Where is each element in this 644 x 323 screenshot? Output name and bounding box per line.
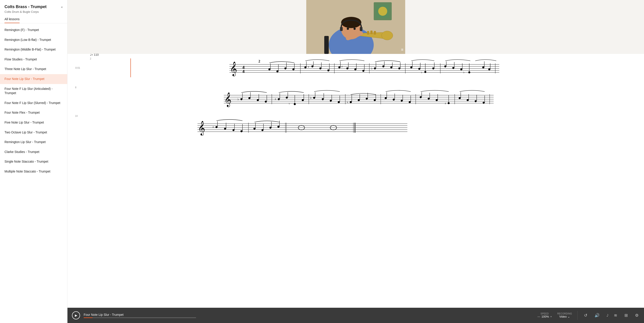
svg-text:♯: ♯ [445, 102, 446, 105]
svg-rect-16 [324, 36, 329, 54]
music-row-2: 8 𝄞 ♭ [74, 86, 637, 108]
svg-point-119 [322, 98, 324, 100]
loop-icon: ↺ [584, 313, 587, 318]
svg-point-79 [460, 68, 462, 70]
video-thumbnail[interactable]: ≡ [306, 0, 405, 54]
svg-point-28 [276, 70, 278, 72]
tempo-mark: ♩= 110 [90, 53, 99, 56]
svg-text:♭: ♭ [463, 71, 464, 74]
settings-button[interactable]: ⚙ [634, 312, 640, 319]
svg-text:♭: ♭ [347, 100, 348, 104]
grid-button[interactable]: ⊞ [624, 312, 629, 319]
speed-decrease-button[interactable]: — [538, 315, 540, 318]
sidebar-item-single-note-staccato[interactable]: Single Note Staccato - Trumpet [0, 157, 67, 167]
svg-point-26 [268, 68, 270, 70]
sidebar-item-three-note-lip-slur[interactable]: Three Note Lip Slur - Trumpet [0, 64, 67, 74]
svg-point-117 [313, 97, 315, 99]
sidebar-item-remington-lip-slur[interactable]: Remington Lip Slur - Trumpet [0, 137, 67, 147]
svg-rect-7 [340, 27, 343, 31]
svg-point-175 [232, 129, 234, 131]
play-icon: ▶ [75, 314, 77, 317]
svg-point-58 [382, 65, 384, 67]
svg-point-129 [358, 99, 360, 101]
video-menu-icon[interactable]: ≡ [401, 47, 404, 52]
sidebar-subtitle: Colts Drum & Bugle Corps [4, 10, 63, 13]
svg-point-38 [312, 65, 314, 67]
svg-point-35 [304, 66, 306, 68]
svg-point-62 [398, 67, 400, 69]
svg-point-67 [418, 68, 420, 70]
main-content: ≡ 0:01 2 ♩= 110 [68, 0, 644, 323]
collapse-icon[interactable]: « [61, 5, 63, 9]
svg-point-75 [444, 65, 446, 67]
sidebar-item-five-note-lip-slur[interactable]: Five Note Lip Slur - Trumpet [0, 118, 67, 128]
svg-point-60 [390, 66, 392, 68]
staff-1: 𝄞 4 4 2 [86, 58, 637, 76]
volume-button[interactable]: 🔊 [594, 312, 600, 319]
svg-point-121 [330, 100, 332, 102]
loop-button[interactable]: ↺ [583, 312, 588, 319]
svg-text:2: 2 [258, 59, 260, 63]
svg-point-87 [488, 68, 490, 70]
player-progress-bar[interactable] [84, 318, 196, 318]
sidebar-title: Colts Brass - Trumpet [4, 4, 46, 9]
svg-point-3 [378, 7, 387, 16]
sidebar-item-four-note-f-lip-slur-slurred[interactable]: Four Note F Lip Slur (Slurred) - Trumpet [0, 98, 67, 108]
sidebar-item-remington-low-bb[interactable]: Remington (Low B-flat) - Trumpet [0, 35, 67, 45]
svg-point-12 [382, 31, 393, 40]
sheet-music-area: 0:01 2 ♩= 110 𝄞 4 [68, 54, 644, 308]
time-marker: 0:01 [75, 66, 80, 69]
speed-label: SPEED [540, 313, 549, 315]
svg-text:♯: ♯ [275, 98, 276, 101]
staff-2: 𝄞 ♭ ♯ [74, 89, 637, 107]
svg-point-131 [366, 98, 368, 100]
music-row-3: 14 𝄞 ♯ [74, 115, 637, 137]
recording-value: Video [559, 315, 567, 318]
sidebar-item-four-note-flex[interactable]: Four Note Flex - Trumpet [0, 108, 67, 118]
svg-point-52 [362, 70, 364, 72]
svg-point-161 [482, 102, 484, 104]
svg-point-184 [270, 127, 272, 129]
svg-text:♮: ♮ [289, 102, 290, 105]
svg-point-56 [374, 67, 376, 69]
sidebar-item-remington-middle-bf[interactable]: Remington (Middle B-Flat) - Trumpet [0, 45, 67, 54]
sidebar-item-four-note-f-lip-slur-articulated[interactable]: Four Note F Lip Slur (Articulated) - Tru… [0, 84, 67, 98]
sidebar-item-four-note-lip-slur[interactable]: Four Note Lip Slur - Trumpet [0, 74, 67, 84]
music-row-1: 0:01 2 ♩= 110 𝄞 4 [86, 58, 637, 77]
all-lessons-tab[interactable]: All lessons [4, 17, 20, 23]
svg-point-30 [284, 67, 286, 69]
svg-point-42 [328, 69, 330, 71]
svg-text:♯: ♯ [308, 65, 309, 68]
speed-increase-button[interactable]: + [550, 315, 552, 318]
svg-point-96 [240, 98, 242, 100]
sidebar-item-remington-f[interactable]: Remington (F) - Trumpet [0, 25, 67, 35]
play-button[interactable]: ▶ [72, 311, 80, 320]
player-track-name: Four Note Lip Slur - Trumpet [84, 313, 534, 317]
volume-icon: 🔊 [594, 313, 600, 318]
measure-num-14: 14 [75, 115, 637, 117]
waveform-button[interactable]: ≋ [613, 312, 618, 319]
svg-point-98 [248, 97, 250, 99]
svg-text:𝄞: 𝄞 [230, 61, 237, 76]
sidebar-item-flow-studies[interactable]: Flow Studies - Trumpet [0, 54, 67, 64]
svg-point-173 [224, 128, 226, 130]
settings-icon: ⚙ [635, 313, 638, 318]
player-progress-fill [84, 318, 93, 318]
svg-point-127 [350, 101, 352, 103]
svg-point-180 [254, 128, 256, 130]
svg-point-186 [278, 126, 280, 128]
svg-point-32 [292, 68, 294, 70]
svg-point-10 [354, 28, 356, 30]
svg-point-113 [302, 99, 304, 101]
svg-point-45 [338, 66, 340, 68]
measure-num-2: 2 [90, 57, 91, 60]
svg-rect-15 [374, 31, 376, 34]
sidebar-item-two-octave-lip-slur[interactable]: Two Octave Lip Slur - Trumpet [0, 128, 67, 137]
svg-point-157 [466, 99, 468, 101]
sidebar-item-multiple-note-staccato[interactable]: Multiple Note Staccato - Trumpet [0, 167, 67, 177]
svg-point-77 [452, 67, 454, 69]
recording-chevron[interactable]: ⌄ [568, 315, 570, 318]
metronome-button[interactable]: 𝅘𝅥𝅮 [606, 313, 608, 318]
measure-num-8: 8 [75, 86, 637, 89]
sidebar-item-clarke-studies[interactable]: Clarke Studies - Trumpet [0, 147, 67, 157]
